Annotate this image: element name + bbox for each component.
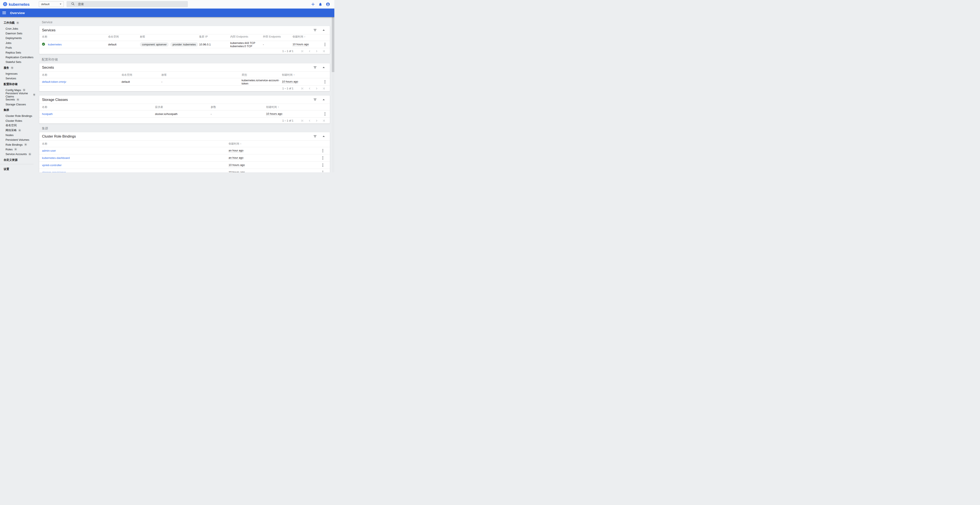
service-name-link[interactable]: kubernetes: [48, 43, 108, 46]
namespace-selector[interactable]: default: [39, 1, 64, 7]
storage-classes-card: Storage Classes 名称 提供者 参数 创建时间↑ hostpath…: [39, 96, 330, 123]
sidebar-item-settings[interactable]: 设置: [0, 167, 35, 172]
sidebar-item-roles[interactable]: RolesN: [0, 147, 35, 151]
next-page-icon[interactable]: [313, 119, 320, 123]
column-header-name[interactable]: 名称: [42, 105, 155, 109]
column-header-namespace[interactable]: 命名空间: [108, 35, 140, 38]
sidebar-item-pods[interactable]: Pods: [0, 45, 35, 50]
notifications-bell-icon[interactable]: [318, 2, 322, 6]
table-row: admin-user an hour ago: [39, 147, 330, 155]
scrollbar-thumb[interactable]: [332, 17, 334, 72]
previous-page-icon[interactable]: [306, 86, 313, 91]
sidebar-item-service[interactable]: 服务N: [0, 65, 35, 70]
sidebar-item-ingresses[interactable]: Ingresses: [0, 71, 35, 76]
next-page-icon[interactable]: [313, 86, 320, 91]
sidebar-item-stateful-sets[interactable]: Stateful Sets: [0, 60, 35, 64]
last-page-icon[interactable]: [320, 119, 327, 123]
cell-parameters: -: [211, 112, 266, 116]
user-account-icon[interactable]: [326, 2, 330, 6]
menu-hamburger-icon[interactable]: [2, 11, 6, 14]
sidebar-item-cluster-roles[interactable]: Cluster Roles: [0, 118, 35, 123]
row-actions-kebab-icon[interactable]: [322, 156, 323, 160]
first-page-icon[interactable]: [299, 86, 306, 91]
sidebar-item-namespaces[interactable]: 命名空间: [0, 123, 35, 128]
row-actions-kebab-icon[interactable]: [325, 112, 325, 116]
sidebar-item-config-storage[interactable]: 配置和存储: [0, 82, 35, 87]
sidebar-item-persistent-volume-claims[interactable]: Persistent Volume ClaimsN: [0, 92, 35, 97]
status-ok-icon: [42, 43, 48, 46]
sidebar-item-jobs[interactable]: Jobs: [0, 40, 35, 45]
column-header-name[interactable]: 名称: [42, 142, 229, 146]
row-actions-kebab-icon[interactable]: [325, 80, 325, 84]
n-badge: N: [14, 148, 17, 151]
previous-page-icon[interactable]: [306, 119, 313, 123]
sidebar-item-nodes[interactable]: Nodes: [0, 133, 35, 137]
cluster-role-binding-name-link[interactable]: vpnkit-controller: [42, 164, 229, 167]
table-row: vpnkit-controller 10 hours ago: [39, 162, 330, 169]
previous-page-icon[interactable]: [306, 49, 313, 53]
n-badge: N: [11, 66, 14, 69]
secret-name-link[interactable]: default-token-zmnjv: [42, 80, 121, 83]
cluster-role-binding-name-link[interactable]: kubernetes-dashboard: [42, 156, 229, 159]
sidebar-item-workloads[interactable]: 工作负载N: [0, 21, 35, 25]
row-actions-kebab-icon[interactable]: [322, 149, 323, 153]
collapse-card-icon[interactable]: [323, 29, 325, 31]
first-page-icon[interactable]: [299, 49, 306, 53]
row-actions-kebab-icon[interactable]: [322, 164, 323, 167]
sidebar-item-custom-resources[interactable]: 自定义资源: [0, 158, 35, 162]
storage-class-name-link[interactable]: hostpath: [42, 112, 155, 116]
column-header-name[interactable]: 名称: [42, 35, 108, 38]
create-plus-icon[interactable]: [311, 2, 315, 6]
cell-cluster-ip: 10.96.0.1: [199, 43, 230, 46]
sidebar-item-deployments[interactable]: Deployments: [0, 36, 35, 40]
cell-external-endpoints: -: [263, 43, 293, 46]
filter-icon[interactable]: [313, 66, 317, 69]
sidebar-item-replica-sets[interactable]: Replica Sets: [0, 50, 35, 55]
column-header-created[interactable]: 创建时间↑: [293, 35, 323, 38]
next-page-icon[interactable]: [313, 49, 320, 53]
kubernetes-logo[interactable]: kubernetes: [3, 2, 29, 7]
sidebar-item-services[interactable]: Services: [0, 76, 35, 81]
section-title-cluster: 集群: [42, 127, 332, 130]
cluster-role-binding-name-link[interactable]: admin-user: [42, 149, 229, 152]
filter-icon[interactable]: [313, 29, 317, 32]
column-header-internal-endpoints: 内部 Endpoints: [230, 35, 263, 38]
sidebar-item-storage-classes[interactable]: Storage Classes: [0, 102, 35, 107]
filter-icon[interactable]: [313, 98, 317, 101]
collapse-card-icon[interactable]: [323, 99, 325, 100]
cluster-role-binding-name-link[interactable]: storage-provisioner: [42, 171, 229, 172]
collapse-card-icon[interactable]: [323, 67, 325, 68]
column-header-created[interactable]: 创建时间↑: [229, 142, 321, 146]
search-input[interactable]: [78, 3, 168, 6]
last-page-icon[interactable]: [320, 86, 327, 91]
column-header-labels: 标签: [161, 73, 242, 77]
sidebar-item-cron-jobs[interactable]: Cron Jobs: [0, 26, 35, 31]
sort-ascending-icon: ↑: [293, 73, 295, 76]
table-row: storage-provisioner 10 hours ago: [39, 169, 330, 172]
column-header-name[interactable]: 名称: [42, 73, 121, 77]
sidebar-item-persistent-volumes[interactable]: Persistent Volumes: [0, 137, 35, 142]
row-actions-kebab-icon[interactable]: [325, 43, 325, 46]
sidebar-item-replication-controllers[interactable]: Replication Controllers: [0, 55, 35, 59]
sidebar-item-service-accounts[interactable]: Service AccountsN: [0, 152, 35, 156]
sidebar-item-role-bindings[interactable]: Role BindingsN: [0, 142, 35, 147]
filter-icon[interactable]: [313, 135, 317, 138]
first-page-icon[interactable]: [299, 119, 306, 123]
sidebar-item-cluster[interactable]: 集群: [0, 108, 35, 112]
column-header-namespace[interactable]: 命名空间: [121, 73, 161, 77]
sidebar-item-daemon-sets[interactable]: Daemon Sets: [0, 31, 35, 36]
n-badge: N: [24, 143, 27, 146]
search-bar[interactable]: [67, 1, 188, 7]
sidebar-item-cluster-role-bindings[interactable]: Cluster Role Bindings: [0, 113, 35, 118]
last-page-icon[interactable]: [320, 49, 327, 53]
collapse-card-icon[interactable]: [323, 135, 325, 137]
column-header-labels: 标签: [140, 35, 199, 38]
column-header-created[interactable]: 创建时间↑: [266, 105, 323, 109]
sidebar-item-network-policies[interactable]: 网络策略N: [0, 128, 35, 133]
column-header-cluster-ip: 集群 IP: [199, 35, 230, 38]
row-actions-kebab-icon[interactable]: [322, 171, 323, 172]
column-header-type: 类别: [242, 73, 282, 77]
sort-ascending-icon: ↑: [240, 142, 241, 145]
column-header-created[interactable]: 创建时间↑: [282, 73, 323, 77]
kubernetes-logo-icon: [3, 2, 8, 7]
